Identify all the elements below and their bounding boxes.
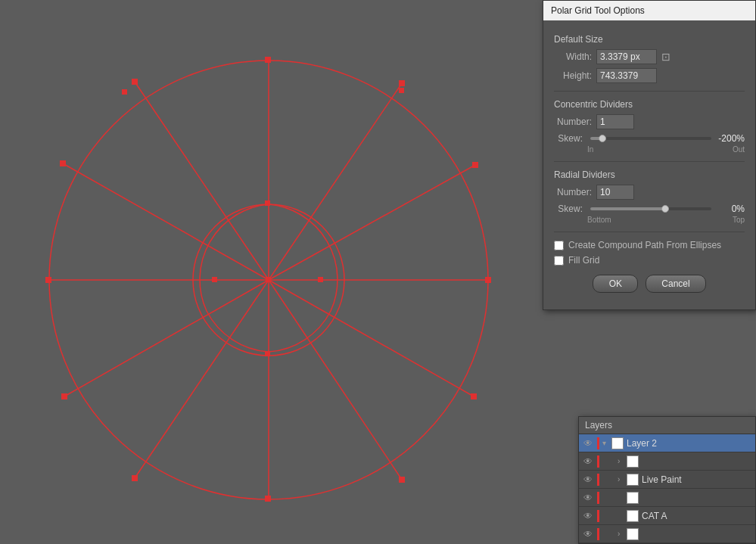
svg-rect-20 <box>61 393 67 399</box>
svg-rect-15 <box>485 277 491 283</box>
svg-rect-16 <box>471 393 477 399</box>
layer-name: Layer 2 <box>627 438 752 449</box>
layer-row[interactable]: 👁 CAT A <box>579 507 755 525</box>
height-row: Height: <box>554 68 745 83</box>
layer-color-bar <box>597 510 599 522</box>
layers-title: Layers <box>579 417 755 434</box>
concentric-skew-label: Skew: <box>554 133 583 144</box>
layer-row[interactable]: 👁 › <box>579 525 755 543</box>
width-row: Width: ⊡ <box>554 49 745 64</box>
radial-number-row: Number: <box>554 185 745 200</box>
layer-color-bar <box>597 528 599 540</box>
svg-rect-27 <box>212 277 217 282</box>
svg-rect-21 <box>45 277 51 283</box>
concentric-in-label: In <box>587 145 593 154</box>
svg-rect-14 <box>472 162 478 168</box>
fill-checkbox[interactable] <box>554 256 564 266</box>
compound-checkbox-label: Create Compound Path From Ellipses <box>568 240 721 250</box>
layer-visibility-icon[interactable]: 👁 <box>582 456 594 467</box>
concentric-label: Concentric Dividers <box>554 99 745 110</box>
svg-rect-26 <box>318 277 323 282</box>
svg-line-4 <box>269 83 402 280</box>
concentric-skew-row: Skew: -200% <box>554 133 745 144</box>
layer-visibility-icon[interactable]: 👁 <box>582 529 594 539</box>
svg-line-10 <box>63 163 269 280</box>
radial-slider-track[interactable] <box>590 207 711 210</box>
layer-color-bar <box>597 474 599 486</box>
radial-skew-value: 0% <box>714 204 745 214</box>
layer-row[interactable]: 👁 <box>579 489 755 507</box>
svg-line-6 <box>269 280 474 396</box>
compound-checkbox-row[interactable]: Create Compound Path From Ellipses <box>554 240 745 250</box>
layer-row[interactable]: 👁 ▾ Layer 2 <box>579 434 755 452</box>
radial-top-label: Top <box>733 216 745 224</box>
svg-rect-19 <box>132 475 138 481</box>
concentric-out-label: Out <box>733 145 745 154</box>
fill-checkbox-row[interactable]: Fill Grid <box>554 255 745 266</box>
layer-thumbnail <box>627 455 639 468</box>
layer-visibility-icon[interactable]: 👁 <box>582 438 594 449</box>
svg-line-7 <box>269 280 402 480</box>
height-input[interactable] <box>596 68 657 83</box>
compound-checkbox[interactable] <box>554 241 564 250</box>
dialog-title: Polar Grid Tool Options <box>543 1 755 20</box>
ok-button[interactable]: OK <box>593 275 638 293</box>
layer-color-bar <box>597 455 599 468</box>
concentric-slider-track[interactable] <box>590 137 711 140</box>
layer-thumbnail <box>627 492 639 504</box>
layer-expand-icon[interactable]: › <box>618 530 625 538</box>
svg-line-5 <box>269 165 475 280</box>
height-label: Height: <box>554 70 592 81</box>
radial-label: Radial Dividers <box>554 169 745 180</box>
link-icon[interactable]: ⊡ <box>661 51 670 63</box>
cancel-button[interactable]: Cancel <box>646 275 705 293</box>
layer-thumbnail <box>627 510 639 522</box>
concentric-number-input[interactable] <box>596 114 634 129</box>
divider-2 <box>554 161 745 162</box>
svg-rect-23 <box>132 79 138 85</box>
radial-number-input[interactable] <box>596 185 634 200</box>
layer-name: Live Paint <box>642 474 752 485</box>
layers-panel: Layers 👁 ▾ Layer 2 👁 › 👁 › Live Paint 👁 <box>578 416 756 544</box>
layer-name: CAT A <box>642 511 752 521</box>
svg-rect-28 <box>266 277 271 282</box>
layer-row[interactable]: 👁 › <box>579 452 755 471</box>
polar-grid-canvas <box>0 0 530 544</box>
divider-3 <box>554 232 745 232</box>
svg-rect-29 <box>122 89 127 95</box>
svg-rect-30 <box>399 88 404 93</box>
radial-skew-label: Skew: <box>554 204 583 214</box>
layer-visibility-icon[interactable]: 👁 <box>582 474 594 485</box>
width-label: Width: <box>554 51 592 62</box>
svg-rect-13 <box>399 80 405 86</box>
button-row: OK Cancel <box>554 275 745 302</box>
svg-rect-12 <box>265 57 271 63</box>
width-input[interactable] <box>596 49 657 64</box>
radial-slider-labels: Bottom Top <box>554 216 745 224</box>
concentric-slider-labels: In Out <box>554 145 745 154</box>
dialog-body: Default Size Width: ⊡ Height: Concentric… <box>543 20 755 309</box>
svg-rect-22 <box>60 160 66 166</box>
radial-skew-row: Skew: 0% <box>554 204 745 214</box>
layer-visibility-icon[interactable]: 👁 <box>582 511 594 521</box>
layer-expand-icon[interactable]: › <box>618 457 625 465</box>
concentric-skew-value: -200% <box>714 133 745 144</box>
dialog-panel: Polar Grid Tool Options Default Size Wid… <box>543 0 756 310</box>
layer-expand-icon[interactable]: › <box>618 475 625 483</box>
layer-row[interactable]: 👁 › Live Paint <box>579 471 755 489</box>
layer-thumbnail <box>627 528 639 540</box>
svg-line-9 <box>64 280 269 396</box>
radial-bottom-label: Bottom <box>587 216 611 224</box>
svg-line-11 <box>135 82 269 280</box>
radial-number-label: Number: <box>554 187 592 197</box>
svg-rect-17 <box>399 477 405 483</box>
layer-color-bar <box>597 492 599 504</box>
default-size-label: Default Size <box>554 34 745 45</box>
concentric-number-label: Number: <box>554 117 592 127</box>
fill-checkbox-label: Fill Grid <box>568 255 599 266</box>
layer-visibility-icon[interactable]: 👁 <box>582 493 594 503</box>
divider-1 <box>554 91 745 92</box>
layer-thumbnail <box>627 474 639 486</box>
svg-rect-18 <box>265 496 271 502</box>
layer-expand-icon[interactable]: ▾ <box>602 439 610 447</box>
